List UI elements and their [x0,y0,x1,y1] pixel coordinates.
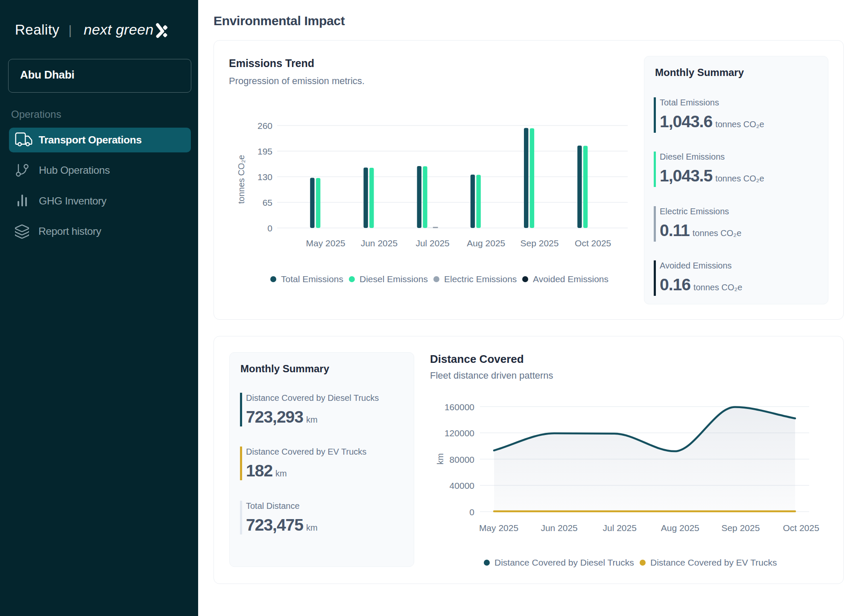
svg-text:0: 0 [469,507,474,517]
svg-text:Avoided Emissions: Avoided Emissions [533,274,608,284]
svg-text:Jun 2025: Jun 2025 [541,523,577,533]
svg-text:km: km [436,453,445,465]
svg-text:May 2025: May 2025 [306,238,345,248]
svg-text:Aug 2025: Aug 2025 [661,523,699,533]
svg-text:Diesel Emissions: Diesel Emissions [360,274,428,284]
svg-text:Electric Emissions: Electric Emissions [444,274,517,284]
svg-text:0: 0 [267,223,272,233]
svg-text:Total Emissions: Total Emissions [281,274,343,284]
svg-text:Jul 2025: Jul 2025 [602,523,636,533]
svg-text:195: 195 [257,146,272,156]
svg-text:Oct 2025: Oct 2025 [575,238,611,248]
svg-text:Distance Covered by Diesel Tru: Distance Covered by Diesel Trucks [494,558,634,567]
svg-text:65: 65 [263,198,272,207]
svg-text:130: 130 [257,172,272,182]
svg-text:80000: 80000 [450,455,474,464]
svg-text:Aug 2025: Aug 2025 [467,238,505,248]
svg-text:160000: 160000 [445,402,474,412]
svg-text:Jul 2025: Jul 2025 [415,238,449,248]
svg-text:tonnes CO₂e: tonnes CO₂e [237,155,246,204]
svg-text:Sep 2025: Sep 2025 [521,238,559,248]
svg-text:40000: 40000 [450,481,474,490]
svg-text:260: 260 [257,121,272,131]
svg-text:Oct 2025: Oct 2025 [783,523,819,533]
svg-text:May 2025: May 2025 [479,523,518,533]
svg-text:120000: 120000 [445,428,474,438]
svg-text:Distance Covered by EV Trucks: Distance Covered by EV Trucks [650,558,777,567]
svg-text:Jun 2025: Jun 2025 [361,238,398,248]
svg-text:Sep 2025: Sep 2025 [721,523,760,533]
